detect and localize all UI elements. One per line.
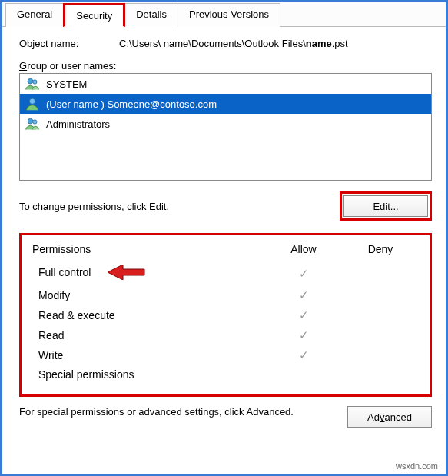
perm-row-full-control: Full control ✓	[32, 261, 419, 285]
svg-point-3	[28, 118, 33, 124]
perm-allow: ✓	[265, 267, 342, 281]
edit-row: To change permissions, click Edit. Edit.…	[19, 191, 432, 221]
svg-point-4	[33, 120, 37, 124]
perm-row-modify: Modify ✓	[32, 285, 419, 305]
svg-point-0	[28, 78, 33, 84]
tab-security[interactable]: Security	[63, 3, 125, 27]
tab-general[interactable]: General	[5, 3, 64, 27]
users-icon	[25, 116, 40, 131]
list-item-label: Administrators	[46, 118, 110, 130]
perm-name: Modify	[38, 289, 265, 301]
properties-window: General Security Details Previous Versio…	[0, 0, 448, 476]
list-item-admins[interactable]: Administrators	[20, 114, 431, 134]
list-item-system[interactable]: SYSTEM	[20, 74, 431, 94]
perm-allow: ✓	[265, 328, 342, 342]
perm-allow: ✓	[265, 288, 342, 302]
perm-name: Read	[38, 329, 265, 341]
object-name-label: Object name:	[19, 38, 119, 49]
perm-name: Full control	[38, 265, 265, 282]
edit-button[interactable]: Edit...	[343, 195, 428, 217]
list-item-label: SYSTEM	[46, 78, 87, 90]
advanced-row: For special permissions or advanced sett…	[19, 406, 432, 428]
check-icon: ✓	[299, 288, 309, 301]
edit-button-highlight: Edit...	[340, 191, 432, 221]
perm-row-read-execute: Read & execute ✓	[32, 305, 419, 325]
svg-point-2	[29, 98, 35, 105]
permissions-section: Permissions Allow Deny Full control ✓ Mo…	[19, 233, 432, 397]
group-user-names-list[interactable]: SYSTEM (User name ) Someone@contoso.com …	[19, 73, 432, 181]
permissions-header-label: Permissions	[32, 243, 265, 255]
check-icon: ✓	[299, 328, 309, 341]
permissions-header-allow: Allow	[265, 243, 342, 255]
permissions-header-deny: Deny	[342, 243, 419, 255]
permissions-header: Permissions Allow Deny	[32, 243, 419, 255]
perm-allow: ✓	[265, 348, 342, 362]
tab-bar: General Security Details Previous Versio…	[2, 2, 446, 27]
tab-previous-versions[interactable]: Previous Versions	[178, 3, 280, 27]
advanced-button[interactable]: Advanced	[347, 406, 432, 428]
perm-row-write: Write ✓	[32, 345, 419, 365]
perm-allow: ✓	[265, 308, 342, 322]
tab-content: Object name: C:\Users\ name\Documents\Ou…	[2, 27, 446, 434]
object-name-row: Object name: C:\Users\ name\Documents\Ou…	[19, 38, 432, 49]
group-user-names-label: Group or user names:	[19, 60, 432, 72]
users-icon	[25, 76, 40, 92]
watermark: wsxdn.com	[396, 461, 438, 471]
list-item-label: (User name ) Someone@contoso.com	[46, 98, 217, 110]
perm-name: Write	[38, 349, 265, 361]
tab-details[interactable]: Details	[124, 3, 178, 27]
check-icon: ✓	[299, 308, 309, 321]
check-icon: ✓	[299, 267, 309, 280]
svg-point-1	[33, 80, 37, 84]
perm-name: Special permissions	[38, 368, 265, 381]
check-icon: ✓	[299, 348, 309, 361]
advanced-hint-text: For special permissions or advanced sett…	[19, 406, 294, 419]
arrow-icon	[108, 265, 146, 282]
user-icon	[25, 96, 40, 112]
object-name-value: C:\Users\ name\Documents\Outlook Files\n…	[119, 38, 348, 49]
perm-row-special: Special permissions	[32, 365, 419, 384]
edit-hint-text: To change permissions, click Edit.	[19, 201, 169, 212]
list-item-user[interactable]: (User name ) Someone@contoso.com	[20, 94, 431, 114]
perm-row-read: Read ✓	[32, 325, 419, 345]
perm-name: Read & execute	[38, 309, 265, 321]
